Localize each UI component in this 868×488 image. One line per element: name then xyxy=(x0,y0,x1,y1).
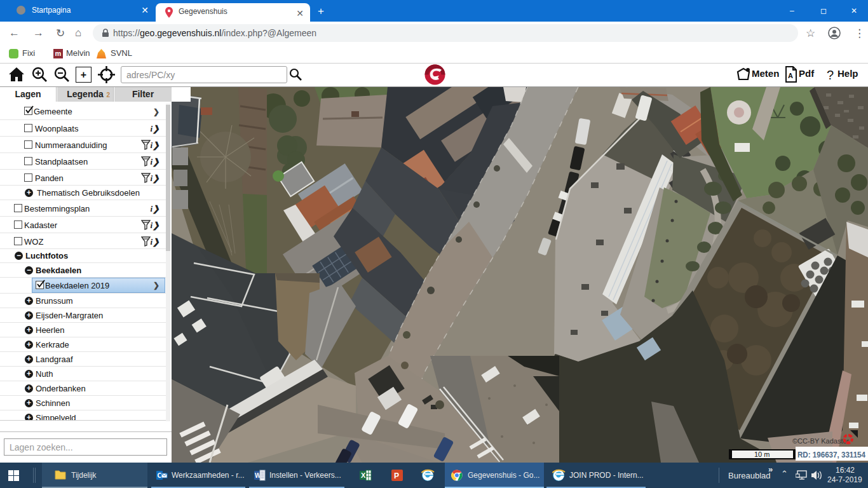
svg-text:A: A xyxy=(788,72,793,79)
svg-text:P: P xyxy=(394,471,399,480)
svg-text:RD: 196637, 331154: RD: 196637, 331154 xyxy=(797,450,865,459)
svg-text:©CC-BY Kadaster: ©CC-BY Kadaster xyxy=(792,437,850,445)
svg-text:10 m: 10 m xyxy=(754,451,770,458)
svg-text:X: X xyxy=(361,471,366,479)
